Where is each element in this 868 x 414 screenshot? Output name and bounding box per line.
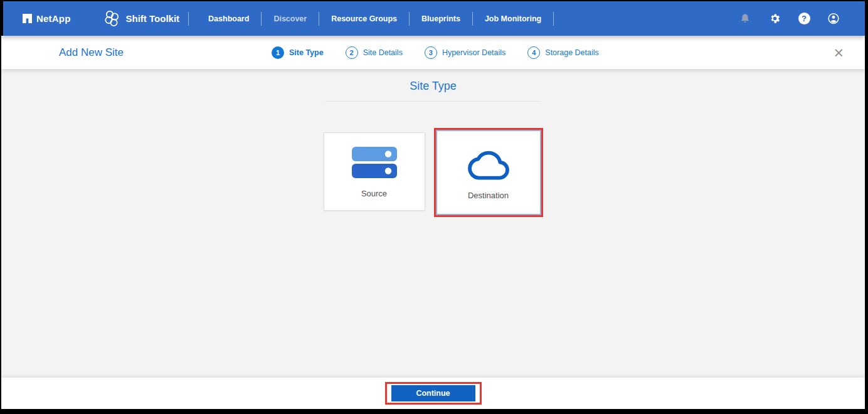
step-4-label: Storage Details [545, 48, 598, 57]
netapp-logo-icon [23, 14, 32, 23]
step-3-circle: 3 [425, 46, 437, 59]
nav-separator [261, 12, 262, 26]
help-icon[interactable]: ? [798, 13, 810, 25]
heading-divider [326, 101, 541, 102]
section-heading: Site Type [1, 80, 865, 93]
source-card[interactable]: Source [324, 132, 425, 211]
source-card-label: Source [361, 189, 387, 198]
help-glyph: ? [802, 14, 807, 23]
shift-toolkit-icon [103, 9, 120, 28]
step-2-circle: 2 [346, 46, 358, 59]
site-type-cards: Source Destination [1, 132, 865, 217]
main-nav: Dashboard Discover Resource Groups Bluep… [198, 12, 555, 26]
wizard-footer: Continue [1, 378, 865, 409]
notification-bell-icon[interactable] [739, 13, 751, 25]
step-3-label: Hypervisor Details [442, 48, 505, 57]
wizard-header: Add New Site 1 Site Type 2 Site Details … [1, 36, 865, 69]
product-name-text: Shift Toolkit [126, 13, 180, 24]
step-site-type[interactable]: 1 Site Type [272, 46, 324, 59]
account-icon[interactable] [827, 13, 840, 25]
wizard-steps: 1 Site Type 2 Site Details 3 Hypervisor … [272, 36, 599, 69]
netapp-brand-text: NetApp [36, 13, 71, 24]
nav-item-dashboard[interactable]: Dashboard [198, 14, 260, 23]
close-icon[interactable]: × [833, 46, 844, 59]
step-hypervisor-details[interactable]: 3 Hypervisor Details [425, 46, 505, 59]
app-window: NetApp Shift Toolkit Dashboard Discover … [1, 1, 865, 409]
shift-toolkit-logo[interactable]: Shift Toolkit [103, 9, 180, 28]
step-4-circle: 4 [527, 46, 540, 59]
nav-separator [319, 12, 319, 26]
nav-item-resource-groups[interactable]: Resource Groups [320, 14, 408, 23]
server-stack-icon [350, 146, 399, 181]
page-title: Add New Site [59, 46, 124, 59]
nav-separator [409, 12, 410, 26]
top-navigation-bar: NetApp Shift Toolkit Dashboard Discover … [1, 1, 865, 36]
nav-item-blueprints[interactable]: Blueprints [411, 14, 471, 23]
settings-gear-icon[interactable] [768, 13, 781, 25]
continue-highlight-box: Continue [385, 382, 482, 405]
step-site-details[interactable]: 2 Site Details [346, 46, 403, 59]
nav-item-discover[interactable]: Discover [263, 14, 317, 23]
step-1-label: Site Type [289, 48, 324, 57]
continue-button[interactable]: Continue [391, 385, 475, 401]
nav-separator [472, 12, 473, 26]
destination-card-label: Destination [468, 191, 509, 200]
netapp-logo[interactable]: NetApp [23, 13, 71, 24]
selection-highlight-box: Destination [434, 128, 543, 217]
main-content: Site Type Source [1, 69, 865, 378]
cloud-icon [465, 145, 512, 183]
destination-card[interactable]: Destination [436, 130, 541, 215]
nav-separator [553, 12, 554, 26]
step-1-circle: 1 [272, 46, 284, 59]
step-storage-details[interactable]: 4 Storage Details [527, 46, 598, 59]
step-2-label: Site Details [363, 48, 403, 57]
nav-item-job-monitoring[interactable]: Job Monitoring [474, 14, 552, 23]
nav-separator [188, 12, 189, 26]
topnav-actions: ? [739, 13, 865, 25]
